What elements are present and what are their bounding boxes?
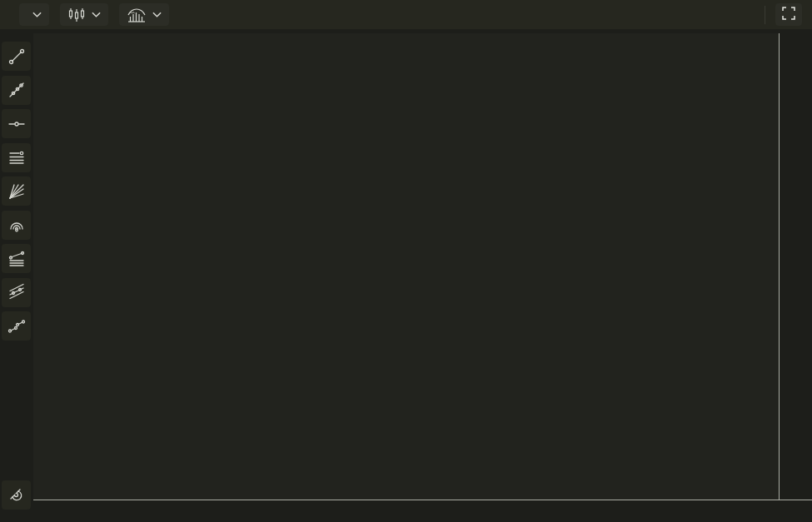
toolbar-separator (765, 6, 765, 24)
trend-based-fib-icon (7, 250, 26, 268)
gann-fan-icon (7, 182, 26, 201)
fib-retracement-tool[interactable] (2, 143, 31, 172)
range-buttons (763, 3, 812, 26)
price-axis[interactable] (780, 33, 812, 500)
chart-type-dropdown[interactable] (119, 3, 169, 26)
candlestick-style-dropdown[interactable] (60, 3, 108, 26)
candlestick-chart[interactable] (33, 33, 779, 500)
horizontal-line-tool[interactable] (2, 109, 31, 138)
horizontal-line-icon (7, 115, 26, 133)
interval-dropdown[interactable] (19, 3, 49, 26)
chevron-down-icon (32, 12, 42, 18)
extended-line-icon (7, 81, 26, 99)
bar-chart-curve-icon (127, 7, 147, 22)
fullscreen-icon (782, 7, 795, 22)
candlestick-icon (67, 7, 86, 22)
top-toolbar (0, 0, 812, 29)
disjoint-channel-tool[interactable] (2, 311, 31, 341)
time-axis[interactable] (33, 500, 812, 522)
fib-arcs-tool[interactable] (2, 211, 31, 240)
parallel-channel-tool[interactable] (2, 278, 31, 307)
trend-based-fib-tool[interactable] (2, 244, 31, 273)
extended-line-tool[interactable] (2, 76, 31, 105)
parallel-channel-icon (7, 283, 26, 301)
chevron-down-icon (92, 12, 101, 18)
fib-arcs-icon (7, 216, 26, 234)
trend-line-tool[interactable] (2, 42, 31, 71)
magnet-tool[interactable] (2, 480, 31, 510)
chevron-down-icon (152, 12, 162, 18)
magnet-icon (7, 486, 26, 505)
gann-fan-tool[interactable] (2, 176, 31, 206)
chart-canvas[interactable] (33, 33, 779, 500)
drawing-toolbar (0, 33, 33, 500)
trading-chart-app (0, 0, 812, 522)
fullscreen-button[interactable] (775, 3, 802, 26)
trend-line-icon (7, 47, 26, 66)
disjoint-channel-icon (7, 317, 26, 336)
fib-retracement-icon (7, 148, 26, 167)
